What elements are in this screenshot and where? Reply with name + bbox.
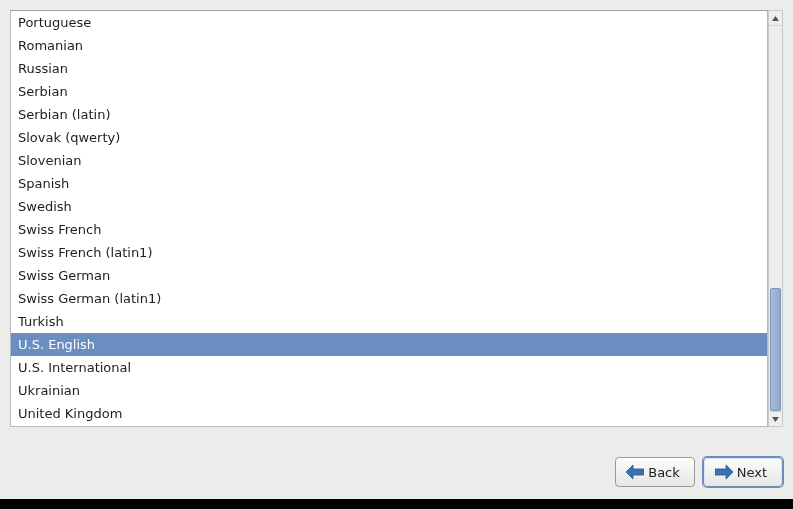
list-item[interactable]: Portuguese	[11, 11, 767, 34]
list-item[interactable]: Romanian	[11, 34, 767, 57]
list-item[interactable]: Swiss German (latin1)	[11, 287, 767, 310]
list-item[interactable]: Swiss German	[11, 264, 767, 287]
back-button-label: Back	[648, 465, 680, 480]
list-item[interactable]: Spanish	[11, 172, 767, 195]
list-item[interactable]: U.S. International	[11, 356, 767, 379]
list-item[interactable]: United Kingdom	[11, 402, 767, 425]
wizard-button-row: Back Next	[615, 457, 783, 487]
next-button-label: Next	[737, 465, 767, 480]
list-item[interactable]: Serbian	[11, 80, 767, 103]
next-button[interactable]: Next	[703, 457, 783, 487]
list-item[interactable]: Serbian (latin)	[11, 103, 767, 126]
arrow-left-icon	[626, 465, 644, 479]
list-item[interactable]: Slovak (qwerty)	[11, 126, 767, 149]
keyboard-layout-pane: PortugueseRomanianRussianSerbianSerbian …	[10, 10, 783, 427]
scroll-thumb[interactable]	[770, 288, 781, 411]
scroll-up-button[interactable]	[769, 11, 782, 26]
scrollbar-vertical[interactable]	[768, 10, 783, 427]
list-item[interactable]: U.S. English	[11, 333, 767, 356]
list-item[interactable]: Ukrainian	[11, 379, 767, 402]
scroll-down-button[interactable]	[769, 411, 782, 426]
back-button[interactable]: Back	[615, 457, 695, 487]
scroll-track[interactable]	[769, 26, 782, 411]
list-item[interactable]: Turkish	[11, 310, 767, 333]
list-item[interactable]: Russian	[11, 57, 767, 80]
list-item[interactable]: Slovenian	[11, 149, 767, 172]
arrow-right-icon	[715, 465, 733, 479]
keyboard-layout-list[interactable]: PortugueseRomanianRussianSerbianSerbian …	[10, 10, 768, 427]
footer-bar	[0, 499, 793, 509]
list-item[interactable]: Swedish	[11, 195, 767, 218]
list-item[interactable]: Swiss French (latin1)	[11, 241, 767, 264]
list-item[interactable]: Swiss French	[11, 218, 767, 241]
